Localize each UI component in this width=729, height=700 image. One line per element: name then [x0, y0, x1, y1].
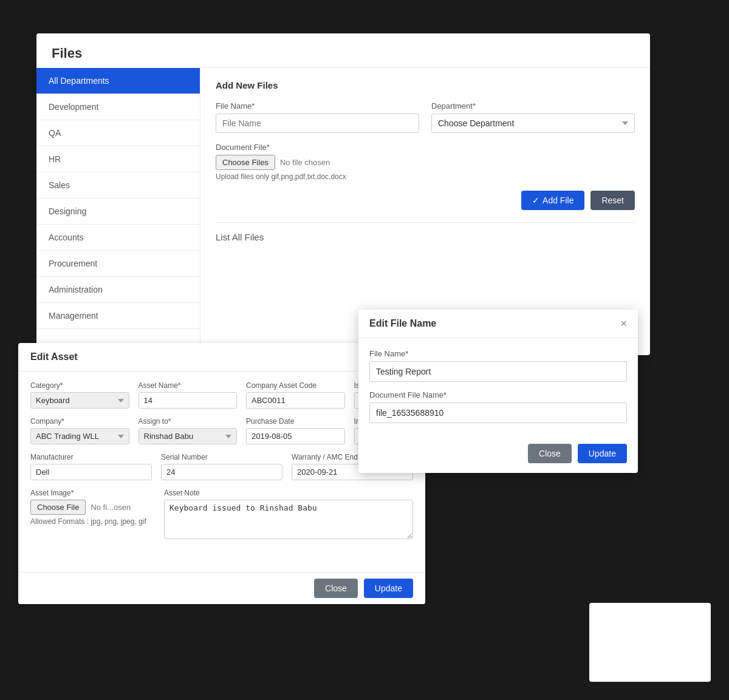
reset-button[interactable]: Reset — [590, 191, 635, 210]
sidebar-item-hr[interactable]: HR — [36, 146, 200, 172]
asset-update-button[interactable]: Update — [364, 579, 413, 598]
modal-close-action-button[interactable]: Close — [528, 444, 572, 463]
company-asset-code-input[interactable] — [246, 392, 345, 409]
modal-body: File Name* Document File Name* — [358, 338, 638, 438]
file-name-label: File Name* — [216, 101, 419, 110]
sidebar-item-qa[interactable]: QA — [36, 120, 200, 146]
choose-files-button[interactable]: Choose Files — [216, 155, 275, 170]
purchase-date-input[interactable] — [246, 428, 345, 444]
assign-to-label: Assign to* — [139, 417, 238, 426]
modal-file-name-label: File Name* — [369, 349, 627, 358]
list-all-section-title: List All Files — [216, 222, 635, 242]
asset-note-label: Asset Note — [164, 489, 413, 497]
modal-file-name-group: File Name* — [369, 349, 627, 382]
serial-number-group: Serial Number — [161, 453, 282, 480]
sidebar-item-accounts[interactable]: Accounts — [36, 225, 200, 251]
edit-filename-modal: Edit File Name × File Name* Document Fil… — [358, 310, 638, 473]
file-name-group: File Name* — [216, 101, 419, 133]
asset-row-2: Company* ABC Trading WLL Assign to* Rins… — [30, 417, 413, 444]
form-actions: ✓ Add File Reset — [216, 191, 635, 210]
checkmark-icon: ✓ — [532, 195, 539, 205]
asset-row-4: Asset Image* Choose File No fi...osen Al… — [30, 489, 413, 539]
modal-doc-file-name-input[interactable] — [369, 403, 627, 423]
asset-close-button[interactable]: Close — [314, 579, 358, 598]
manufacturer-input[interactable] — [30, 464, 152, 480]
category-select[interactable]: Keyboard — [30, 392, 129, 409]
file-hint-text: Upload files only gif,png,pdf,txt,doc,do… — [216, 172, 635, 181]
add-new-section-title: Add New Files — [216, 80, 635, 90]
assign-to-select[interactable]: Rinshad Babu — [139, 428, 238, 444]
asset-form-actions: Close Update — [18, 572, 425, 604]
department-group: Department* Choose Department — [431, 101, 635, 133]
sidebar-item-development[interactable]: Development — [36, 94, 200, 120]
company-label: Company* — [30, 417, 129, 426]
asset-note-group: Asset Note — [164, 489, 413, 539]
purchase-date-label: Purchase Date — [246, 417, 345, 426]
modal-header: Edit File Name × — [358, 310, 638, 338]
modal-doc-file-name-group: Document File Name* — [369, 390, 627, 423]
serial-number-label: Serial Number — [161, 453, 282, 461]
bottom-right-patch — [589, 603, 711, 682]
sidebar-item-designing[interactable]: Designing — [36, 199, 200, 225]
files-header: Files — [36, 33, 650, 68]
edit-asset-title: Edit Asset — [30, 352, 413, 362]
sidebar-item-procurement[interactable]: Procurement — [36, 251, 200, 277]
sidebar-item-management[interactable]: Management — [36, 303, 200, 329]
page-title: Files — [52, 46, 635, 61]
assign-to-group: Assign to* Rinshad Babu — [139, 417, 238, 444]
company-asset-code-group: Company Asset Code — [246, 381, 345, 409]
choose-file-button[interactable]: Choose File — [30, 500, 86, 515]
category-group: Category* Keyboard — [30, 381, 129, 409]
asset-row-1: Category* Keyboard Asset Name* Company A… — [30, 381, 413, 409]
document-file-section: Document File* Choose Files No file chos… — [216, 143, 635, 181]
serial-number-input[interactable] — [161, 464, 282, 480]
asset-file-input-wrapper: Choose File No fi...osen — [30, 500, 155, 515]
file-name-input[interactable] — [216, 114, 419, 133]
asset-row-3: Manufacturer Serial Number Warranty / AM… — [30, 453, 413, 480]
asset-no-file-text: No fi...osen — [91, 503, 131, 512]
asset-name-group: Asset Name* — [139, 381, 238, 409]
document-file-label: Document File* — [216, 143, 635, 152]
department-select[interactable]: Choose Department — [431, 114, 635, 133]
modal-update-button[interactable]: Update — [578, 444, 627, 463]
modal-close-button[interactable]: × — [620, 318, 627, 329]
asset-name-input[interactable] — [139, 392, 238, 409]
company-select[interactable]: ABC Trading WLL — [30, 428, 129, 444]
purchase-date-group: Purchase Date — [246, 417, 345, 444]
asset-image-group: Asset Image* Choose File No fi...osen Al… — [30, 489, 155, 539]
asset-image-label: Asset Image* — [30, 489, 155, 497]
sidebar-item-all-departments[interactable]: All Departments — [36, 68, 200, 94]
add-file-button[interactable]: ✓ Add File — [521, 191, 584, 210]
asset-name-label: Asset Name* — [139, 381, 238, 390]
modal-title: Edit File Name — [369, 318, 436, 329]
modal-footer: Close Update — [358, 438, 638, 473]
category-label: Category* — [30, 381, 129, 390]
allowed-formats-text: Allowed Formats : jpg, png, jpeg, gif — [30, 517, 155, 526]
company-asset-code-label: Company Asset Code — [246, 381, 345, 390]
modal-file-name-input[interactable] — [369, 361, 627, 382]
department-label: Department* — [431, 101, 635, 110]
sidebar-item-administration[interactable]: Administration — [36, 277, 200, 303]
manufacturer-label: Manufacturer — [30, 453, 152, 461]
file-input-wrapper: Choose Files No file chosen — [216, 155, 635, 170]
manufacturer-group: Manufacturer — [30, 453, 152, 480]
sidebar-item-sales[interactable]: Sales — [36, 172, 200, 199]
files-panel: Files All Departments Development QA HR … — [36, 33, 650, 355]
sidebar: All Departments Development QA HR Sales … — [36, 68, 200, 355]
company-group: Company* ABC Trading WLL — [30, 417, 129, 444]
no-file-chosen-text: No file chosen — [280, 158, 330, 167]
asset-note-textarea[interactable] — [164, 500, 413, 539]
modal-doc-file-name-label: Document File Name* — [369, 390, 627, 399]
file-name-department-row: File Name* Department* Choose Department — [216, 101, 635, 133]
